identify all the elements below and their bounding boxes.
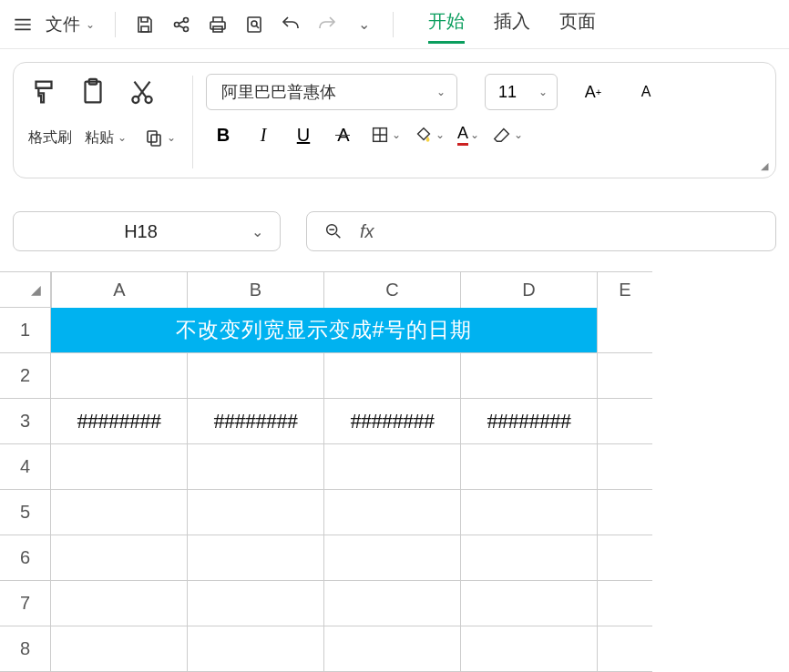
format-painter-label[interactable]: 格式刷	[28, 128, 72, 148]
print-button[interactable]	[201, 8, 234, 41]
increase-font-button[interactable]: A+	[576, 75, 610, 109]
svg-point-9	[132, 97, 138, 103]
separator	[115, 12, 116, 37]
share-button[interactable]	[165, 8, 198, 41]
ribbon-panel: 格式刷 粘贴 ⌄ ⌄ 阿里巴巴普惠体 ⌄ 11 ⌄ A+ A B	[13, 62, 776, 178]
cell[interactable]	[51, 444, 188, 490]
top-menu-bar: 文件 ⌄ ⌄ 开始 插入 页面	[0, 0, 789, 49]
cell[interactable]	[324, 581, 461, 626]
italic-button[interactable]: I	[246, 117, 281, 152]
row-header[interactable]: 7	[0, 581, 51, 626]
row-header[interactable]: 8	[0, 626, 51, 672]
col-header-e[interactable]: E	[598, 271, 652, 308]
cell[interactable]: ########	[461, 399, 598, 444]
spreadsheet-grid: ◢ A B C D E 1 不改变列宽显示变成#号的日期 2 3 #######…	[0, 271, 789, 672]
cell[interactable]	[598, 308, 652, 353]
clipboard-group: 格式刷 粘贴 ⌄ ⌄	[28, 72, 179, 172]
cell[interactable]	[598, 444, 652, 490]
fill-color-dropdown[interactable]: ⌄	[410, 125, 448, 145]
cell[interactable]	[324, 353, 461, 399]
formula-bar-row: H18 ⌄ fx	[13, 211, 776, 251]
cell[interactable]	[51, 490, 188, 535]
eraser-dropdown[interactable]: ⌄	[488, 125, 527, 145]
formula-bar[interactable]: fx	[306, 211, 776, 251]
col-header-a[interactable]: A	[51, 271, 188, 308]
svg-rect-12	[151, 135, 160, 146]
copy-dropdown[interactable]: ⌄	[139, 127, 179, 148]
row-header[interactable]: 5	[0, 490, 51, 535]
cell[interactable]	[598, 626, 652, 672]
cell[interactable]	[188, 353, 324, 399]
paste-button[interactable]	[77, 76, 108, 107]
col-header-d[interactable]: D	[461, 271, 598, 308]
row-header[interactable]: 6	[0, 535, 51, 581]
cell[interactable]	[598, 353, 652, 399]
ribbon-expand-icon[interactable]: ◢	[761, 160, 768, 172]
underline-button[interactable]: U	[286, 117, 321, 152]
cell[interactable]	[324, 490, 461, 535]
cell[interactable]	[188, 444, 324, 490]
ribbon-tabs: 开始 插入 页面	[428, 5, 596, 44]
file-label: 文件	[46, 13, 80, 36]
chevron-down-icon: ⌄	[529, 86, 557, 98]
paste-dropdown[interactable]: 粘贴 ⌄	[85, 128, 127, 148]
print-preview-button[interactable]	[238, 8, 271, 41]
chevron-down-icon: ⌄	[118, 131, 127, 144]
tab-start[interactable]: 开始	[428, 5, 465, 44]
undo-button[interactable]	[274, 8, 307, 41]
format-painter-button[interactable]	[28, 76, 59, 107]
cell[interactable]	[461, 581, 598, 626]
row-header[interactable]: 3	[0, 399, 51, 444]
cell[interactable]	[188, 535, 324, 581]
bold-button[interactable]: B	[206, 117, 241, 152]
cell[interactable]	[188, 626, 324, 672]
tab-insert[interactable]: 插入	[494, 5, 530, 44]
cell[interactable]	[324, 444, 461, 490]
tab-page[interactable]: 页面	[559, 5, 596, 44]
cell[interactable]	[598, 581, 652, 626]
row-header[interactable]: 4	[0, 444, 51, 490]
cell[interactable]	[188, 490, 324, 535]
merged-title-cell[interactable]: 不改变列宽显示变成#号的日期	[51, 308, 598, 353]
decrease-font-button[interactable]: A	[629, 75, 663, 109]
hamburger-icon[interactable]	[11, 13, 35, 36]
strikethrough-button[interactable]: A	[326, 117, 361, 152]
cell[interactable]	[324, 535, 461, 581]
cell[interactable]	[598, 399, 652, 444]
cell[interactable]: ########	[324, 399, 461, 444]
row-header[interactable]: 1	[0, 308, 51, 353]
font-family-select[interactable]: 阿里巴巴普惠体 ⌄	[206, 74, 457, 110]
col-header-b[interactable]: B	[188, 271, 324, 308]
cell[interactable]	[51, 353, 188, 399]
cell[interactable]: ########	[188, 399, 324, 444]
file-menu-button[interactable]: 文件 ⌄	[38, 9, 102, 40]
redo-button[interactable]	[311, 8, 343, 41]
chevron-down-icon: ⌄	[425, 86, 456, 98]
more-dropdown[interactable]: ⌄	[347, 8, 380, 41]
cell[interactable]	[461, 444, 598, 490]
col-header-c[interactable]: C	[324, 271, 461, 308]
cell[interactable]: ########	[51, 399, 188, 444]
chevron-down-icon: ⌄	[470, 128, 479, 141]
zoom-icon	[323, 221, 343, 241]
name-box[interactable]: H18 ⌄	[13, 211, 281, 251]
svg-point-10	[146, 97, 152, 103]
border-dropdown[interactable]: ⌄	[366, 125, 405, 145]
cell[interactable]	[51, 626, 188, 672]
cell[interactable]	[461, 626, 598, 672]
cell[interactable]	[461, 535, 598, 581]
save-button[interactable]	[128, 8, 161, 41]
select-all-corner[interactable]: ◢	[0, 271, 51, 308]
cell[interactable]	[598, 490, 652, 535]
font-size-select[interactable]: 11 ⌄	[485, 74, 558, 110]
cell[interactable]	[461, 353, 598, 399]
cell[interactable]	[51, 535, 188, 581]
cell[interactable]	[461, 490, 598, 535]
cell[interactable]	[51, 581, 188, 626]
cell[interactable]	[324, 626, 461, 672]
cut-button[interactable]	[127, 76, 158, 107]
font-color-dropdown[interactable]: A ⌄	[454, 124, 483, 146]
cell[interactable]	[188, 581, 324, 626]
cell[interactable]	[598, 535, 652, 581]
row-header[interactable]: 2	[0, 353, 51, 399]
